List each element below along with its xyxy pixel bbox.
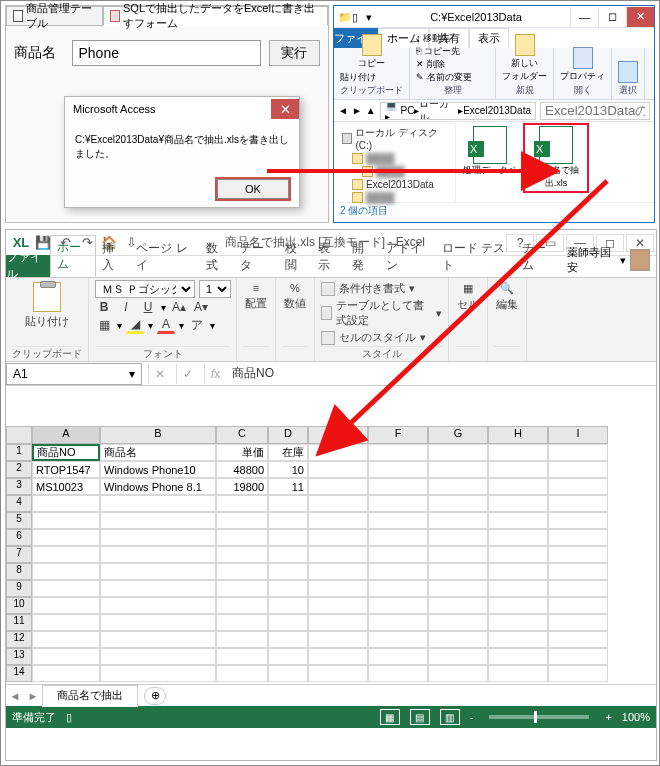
explorer-search-input[interactable] [540, 102, 650, 120]
cell[interactable] [428, 665, 488, 682]
zoom-level[interactable]: 100% [622, 711, 650, 723]
cell[interactable] [32, 512, 100, 529]
col-header[interactable]: I [548, 426, 608, 444]
cell[interactable] [488, 461, 548, 478]
cell[interactable] [548, 495, 608, 512]
row-header[interactable]: 12 [6, 631, 32, 648]
move-to-button[interactable]: ↕ 移動先 [416, 32, 489, 44]
cell[interactable] [488, 580, 548, 597]
select-button[interactable] [618, 61, 638, 83]
col-header[interactable]: B [100, 426, 216, 444]
view-pagebreak-button[interactable]: ▥ [440, 709, 460, 725]
cell[interactable] [428, 529, 488, 546]
row-header[interactable]: 8 [6, 563, 32, 580]
cell[interactable]: Windows Phone 8.1 [100, 478, 216, 495]
view-normal-button[interactable]: ▦ [380, 709, 400, 725]
cell[interactable] [308, 495, 368, 512]
col-header[interactable]: F [368, 426, 428, 444]
cell[interactable] [32, 665, 100, 682]
cell[interactable] [368, 665, 428, 682]
zoom-out-button[interactable]: - [470, 711, 474, 723]
format-table-button[interactable]: テーブルとして書式設定 ▾ [321, 297, 442, 329]
cells-button[interactable]: ▦セル [455, 280, 481, 314]
cell[interactable] [216, 580, 268, 597]
cell[interactable] [368, 580, 428, 597]
cell[interactable] [268, 563, 308, 580]
cell[interactable] [428, 648, 488, 665]
cell[interactable] [216, 512, 268, 529]
cell[interactable] [100, 665, 216, 682]
cell[interactable] [368, 614, 428, 631]
breadcrumb[interactable]: 💻 ▸ PC ▸ ローカル... ▸ Excel2013Data [380, 102, 536, 120]
cell[interactable] [216, 631, 268, 648]
cell[interactable] [308, 461, 368, 478]
ribbon-tab-data[interactable]: データ [234, 237, 279, 277]
cell[interactable] [548, 665, 608, 682]
minimize-button[interactable]: — [570, 7, 598, 27]
cell[interactable] [368, 512, 428, 529]
paste-button[interactable]: 貼り付け [12, 280, 82, 331]
cell[interactable] [268, 529, 308, 546]
cell[interactable] [428, 614, 488, 631]
cell[interactable] [368, 648, 428, 665]
cell[interactable] [428, 631, 488, 648]
cell[interactable] [548, 444, 608, 461]
cell[interactable] [100, 580, 216, 597]
cell[interactable] [548, 580, 608, 597]
select-all-button[interactable] [6, 426, 32, 444]
align-button[interactable]: ≡配置 [243, 280, 269, 313]
ribbon-tab-addin[interactable]: アドイン [380, 237, 436, 277]
cell[interactable]: 在庫 [268, 444, 308, 461]
cell[interactable] [308, 614, 368, 631]
cell[interactable] [308, 529, 368, 546]
cell[interactable] [308, 631, 368, 648]
sheet-nav-next[interactable]: ► [24, 690, 42, 702]
cell[interactable] [268, 614, 308, 631]
cell[interactable] [32, 529, 100, 546]
phonetic-button[interactable]: ア [188, 316, 206, 334]
bold-button[interactable]: B [95, 298, 113, 316]
cell[interactable]: 10 [268, 461, 308, 478]
row-header[interactable]: 2 [6, 461, 32, 478]
cell[interactable] [268, 580, 308, 597]
file-item-highlighted[interactable]: 商品名で抽出.xls [526, 126, 586, 190]
cell[interactable] [100, 614, 216, 631]
cell[interactable] [32, 546, 100, 563]
access-tab-table[interactable]: 商品管理テーブル [6, 6, 103, 26]
cell[interactable] [428, 580, 488, 597]
cell-style-button[interactable]: セルのスタイル ▾ [321, 329, 442, 346]
col-header[interactable]: C [216, 426, 268, 444]
cancel-icon[interactable]: ✕ [148, 364, 170, 384]
execute-button[interactable]: 実行 [269, 40, 321, 66]
cell[interactable] [488, 597, 548, 614]
cell[interactable] [548, 512, 608, 529]
enter-icon[interactable]: ✓ [176, 364, 198, 384]
up-button[interactable]: ▲ [366, 105, 376, 116]
cell[interactable] [548, 563, 608, 580]
cell[interactable] [368, 529, 428, 546]
cell[interactable] [368, 597, 428, 614]
increase-font-button[interactable]: A▴ [170, 298, 188, 316]
cell[interactable] [368, 478, 428, 495]
cell[interactable]: Windows Phone10 [100, 461, 216, 478]
msgbox-close-button[interactable]: ✕ [271, 99, 299, 119]
excel-file-tab[interactable]: ファイル [6, 255, 50, 277]
delete-button[interactable]: ✕ 削除 [416, 58, 489, 70]
ribbon-tab-layout[interactable]: ページ レイ [130, 237, 200, 277]
border-button[interactable]: ▦ [95, 316, 113, 334]
cell[interactable] [488, 529, 548, 546]
row-header[interactable]: 5 [6, 512, 32, 529]
ribbon-tab-home[interactable]: ホーム [50, 235, 97, 277]
cell[interactable] [32, 614, 100, 631]
cell[interactable] [216, 665, 268, 682]
cell[interactable] [548, 461, 608, 478]
cell[interactable] [216, 563, 268, 580]
forward-button[interactable]: ► [352, 105, 362, 116]
cell[interactable] [488, 614, 548, 631]
ribbon-tab-insert[interactable]: 挿入 [96, 237, 130, 277]
cell[interactable] [548, 597, 608, 614]
ribbon-tab-loadtest[interactable]: ロード テスト [436, 237, 517, 277]
cell[interactable] [216, 597, 268, 614]
back-button[interactable]: ◄ [338, 105, 348, 116]
cell[interactable]: RTOP1547 [32, 461, 100, 478]
